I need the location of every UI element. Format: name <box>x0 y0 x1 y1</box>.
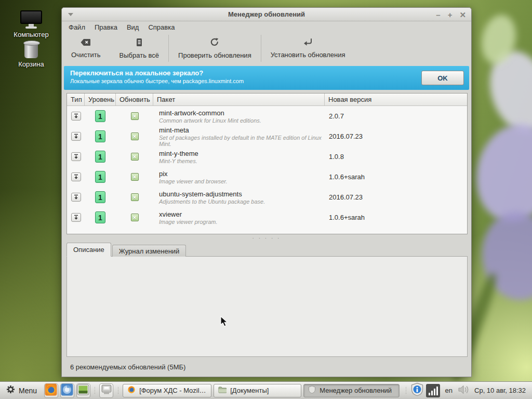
table-row[interactable]: 1 mint-artwork-commonCommon artwork for … <box>67 106 467 126</box>
column-header-update[interactable]: Обновить <box>116 94 153 105</box>
package-table: Тип Уровень Обновить Пакет Новая версия … <box>66 93 468 234</box>
menu-view[interactable]: Вид <box>122 22 144 32</box>
terminal-launcher[interactable] <box>76 383 90 398</box>
column-header-new-version[interactable]: Новая версия <box>325 94 467 105</box>
desktop-icon-trash[interactable]: Корзина <box>6 43 56 68</box>
toolbar-button-label: Выбрать всё <box>119 51 159 59</box>
terminal-icon <box>77 383 89 398</box>
package-type-icon <box>71 213 81 222</box>
taskbar-window-label: [Форум ХДС - Mozilla Fi... <box>139 387 207 394</box>
package-description: Common artwork for Linux Mint editions. <box>159 117 261 124</box>
package-description: Image viewer and browser. <box>159 178 228 184</box>
package-version: 2016.07.23 <box>325 132 467 140</box>
level-badge: 1 <box>95 191 105 203</box>
menubar: Файл Правка Вид Справка <box>62 21 471 33</box>
desktop-icon-label: Корзина <box>6 60 56 68</box>
level-badge: 1 <box>95 110 105 122</box>
desktop-icon-computer[interactable]: Компьютер <box>6 10 56 38</box>
tab-bar: Описание Журнал изменений <box>66 243 186 257</box>
table-row[interactable]: 1 xviewerImage viewer program. 1.0.6+sar… <box>67 207 467 228</box>
update-checkbox[interactable] <box>131 214 139 221</box>
shield-icon <box>308 385 316 395</box>
clear-icon <box>81 38 91 48</box>
package-name: xviewer <box>159 210 182 218</box>
show-desktop-button[interactable] <box>99 383 113 398</box>
update-checkbox[interactable] <box>131 173 139 181</box>
tab-description[interactable]: Описание <box>66 243 111 257</box>
install-icon <box>303 38 313 48</box>
gear-icon <box>6 385 15 396</box>
menu-file[interactable]: Файл <box>64 22 90 32</box>
package-type-icon <box>71 132 81 141</box>
install-updates-button[interactable]: Установить обновления <box>261 33 355 64</box>
folder-icon <box>218 386 227 395</box>
pane-splitter[interactable] <box>62 235 471 242</box>
desktop: Компьютер Корзина Менеджер обновлений – … <box>0 0 532 399</box>
package-type-icon <box>71 152 81 161</box>
column-header-type[interactable]: Тип <box>67 94 85 105</box>
close-button[interactable]: ✕ <box>459 11 466 19</box>
trash-icon <box>6 43 56 58</box>
volume-icon[interactable] <box>458 384 470 397</box>
menu-help[interactable]: Справка <box>143 22 179 32</box>
package-version: 2016.07.23 <box>325 193 467 201</box>
taskbar-window-label: Менеджер обновлений <box>320 387 392 394</box>
package-description: Image viewer program. <box>159 219 218 225</box>
table-row[interactable]: 1 mint-metaSet of packages installed by … <box>67 126 467 147</box>
minimize-button[interactable]: – <box>436 11 440 19</box>
package-name: mint-meta <box>159 126 189 134</box>
column-header-package[interactable]: Пакет <box>153 94 325 105</box>
taskbar-window-documents[interactable]: [Документы] <box>214 384 301 397</box>
panel-handle[interactable] <box>94 387 96 394</box>
package-name: ubuntu-system-adjustments <box>159 190 242 198</box>
mouse-cursor <box>220 316 229 327</box>
select-all-button[interactable]: Выбрать всё <box>110 33 168 64</box>
panel-handle[interactable] <box>405 387 407 394</box>
clock[interactable]: Ср, 10 авг, 18:32 <box>472 387 529 394</box>
clear-button[interactable]: Очистить <box>62 33 110 64</box>
taskbar: Menu [Форум ХД <box>0 381 532 399</box>
update-checkbox[interactable] <box>131 153 139 161</box>
keyboard-layout-indicator[interactable]: en <box>442 387 456 394</box>
update-checkbox[interactable] <box>131 112 139 120</box>
banner-subtitle: Локальные зеркала обычно быстрее, чем pa… <box>70 78 463 84</box>
network-signal-tray-icon[interactable] <box>426 384 440 397</box>
taskbar-window-label: [Документы] <box>230 387 269 394</box>
banner-title: Переключиться на локальное зеркало? <box>70 69 463 77</box>
update-shield-tray-icon[interactable] <box>410 382 424 399</box>
computer-screen-icon <box>101 384 112 397</box>
package-version: 1.0.6+sarah <box>325 173 467 181</box>
panel-handle[interactable] <box>117 387 119 394</box>
update-manager-window: Менеджер обновлений – + ✕ Файл Правка Ви… <box>61 7 472 377</box>
table-row[interactable]: 1 ubuntu-system-adjustmentsAdjustments t… <box>67 187 467 207</box>
taskbar-window-update-manager[interactable]: Менеджер обновлений <box>303 384 399 397</box>
package-description: Mint-Y themes. <box>159 158 197 164</box>
package-type-icon <box>71 112 81 121</box>
chromium-launcher[interactable] <box>60 383 74 398</box>
status-text: 6 рекомендуемых обновлений (5МБ) <box>70 363 185 371</box>
firefox-icon <box>45 383 57 398</box>
update-checkbox[interactable] <box>131 132 139 140</box>
firefox-launcher[interactable] <box>44 383 58 398</box>
menu-button[interactable]: Menu <box>3 383 42 397</box>
maximize-button[interactable]: + <box>448 11 453 19</box>
column-header-level[interactable]: Уровень <box>85 94 116 105</box>
description-panel <box>66 256 468 357</box>
package-name: pix <box>159 170 168 178</box>
taskbar-window-firefox[interactable]: [Форум ХДС - Mozilla Fi... <box>123 384 211 397</box>
select-all-icon <box>135 38 143 49</box>
package-version: 2.0.7 <box>325 112 467 120</box>
desktop-icon-label: Компьютер <box>6 31 56 38</box>
package-version: 1.0.6+sarah <box>325 214 467 221</box>
tab-changelog[interactable]: Журнал изменений <box>112 245 187 257</box>
titlebar[interactable]: Менеджер обновлений – + ✕ <box>62 8 471 21</box>
ok-button[interactable]: OK <box>421 71 464 85</box>
table-row[interactable]: 1 pixImage viewer and browser. 1.0.6+sar… <box>67 167 467 187</box>
table-row[interactable]: 1 mint-y-themeMint-Y themes. 1.0.8 <box>67 147 467 167</box>
level-badge: 1 <box>95 171 105 183</box>
menu-edit[interactable]: Правка <box>90 22 122 32</box>
check-updates-button[interactable]: Проверить обновления <box>169 33 261 64</box>
update-checkbox[interactable] <box>131 193 139 201</box>
level-badge: 1 <box>95 130 105 142</box>
menu-button-label: Menu <box>19 387 37 395</box>
